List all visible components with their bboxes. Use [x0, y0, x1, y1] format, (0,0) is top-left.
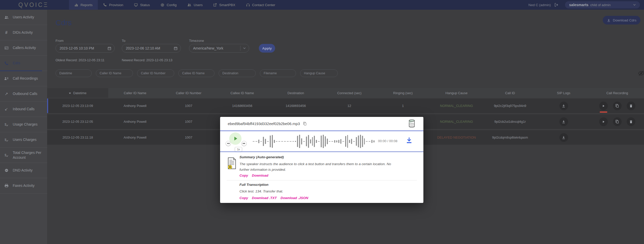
page-title: Cdrs	[56, 18, 72, 27]
waveform[interactable]	[253, 131, 374, 151]
filter-caller-id-number[interactable]	[137, 69, 174, 77]
playback-speed-button[interactable]: 1x	[235, 147, 242, 152]
column-header-datetime[interactable]: Datetime	[47, 88, 108, 98]
to-date-input[interactable]: 2023-12-06 12:10 AM	[122, 44, 181, 53]
sidebar-item-usage-charges[interactable]: $Usage Charges	[0, 117, 47, 132]
users-icon	[187, 3, 191, 7]
audio-player: 1x 00:00 / 00:08	[220, 131, 423, 151]
sip-logs-download-button[interactable]	[559, 117, 568, 126]
sidebar-item-inbound-calls[interactable]: ↙Inbound Calls	[0, 102, 47, 117]
column-header-connected-sec[interactable]: Connected (sec)	[323, 91, 376, 95]
column-header-hangup-cause[interactable]: Hangup Cause	[430, 91, 483, 95]
cell-caller-id-number: 1007	[162, 104, 215, 108]
nav-items: ReportsProvisionStatusConfigUsersSmartPB…	[69, 0, 280, 10]
recording-delete-button[interactable]	[627, 102, 635, 110]
nav-item-contact-center[interactable]: Contact Center	[241, 0, 281, 10]
summary-copy-link[interactable]: Copy	[239, 174, 248, 177]
recording-play-button[interactable]	[599, 117, 608, 126]
rewind-button[interactable]	[226, 141, 231, 146]
sidebar-item-label: Inbound Calls	[13, 107, 35, 111]
column-header-label: Connected (sec)	[337, 91, 361, 95]
transcription-download-txt-link[interactable]: Download .TXT	[252, 196, 277, 200]
sidebar-item-users-charges[interactable]: $Users Charges	[0, 132, 47, 148]
filter-caller-id-name[interactable]	[96, 69, 133, 77]
forward-button[interactable]	[242, 141, 247, 146]
column-header-sip-logs[interactable]: SIP Logs	[537, 91, 590, 95]
copy-filename-icon[interactable]	[303, 122, 307, 126]
download-cdrs-button[interactable]: Download Cdrs	[603, 16, 640, 25]
summary-download-link[interactable]: Download	[252, 174, 269, 177]
eye-off-icon[interactable]	[638, 70, 644, 78]
column-header-destination[interactable]: Destination	[269, 91, 323, 95]
sip-logs-download-button[interactable]	[559, 133, 568, 142]
navbar-right: Ned C (admin) salesmarts child of admin	[528, 1, 644, 8]
column-header-call-id[interactable]: Call ID	[483, 91, 537, 95]
nav-item-provision[interactable]: Provision	[98, 0, 129, 10]
column-header-label: Call Recording	[606, 91, 628, 95]
hash-icon: #	[3, 30, 10, 35]
summary-title: Summary (Auto-generated)	[239, 155, 284, 159]
sidebar-item-outbound-calls[interactable]: ↗Outbound Calls	[0, 86, 47, 102]
filter-callee-id-name[interactable]	[178, 69, 214, 77]
filter-destination[interactable]	[219, 69, 256, 77]
filter-filename[interactable]	[260, 69, 296, 77]
sidebar-item-users-activity[interactable]: Users Activity	[0, 10, 47, 25]
calendar-icon[interactable]	[108, 46, 111, 50]
sidebar-item-call-recordings[interactable]: Call Recordings	[0, 71, 47, 86]
call-recordings-icon	[3, 77, 10, 80]
sip-logs-download-button[interactable]	[559, 102, 568, 110]
timezone-select[interactable]: America/New_York	[189, 44, 249, 53]
sidebar-item-cdrs[interactable]: Cdrs	[0, 56, 47, 71]
nav-item-reports[interactable]: Reports	[69, 0, 98, 10]
cell-caller-id-name: Anthony Powell	[108, 136, 162, 139]
nav-item-smartpbx[interactable]: SmartPBX	[208, 0, 240, 10]
cell-call-id: 9pl2cb2ut1dincql4g1r	[483, 120, 537, 124]
cell-hangup-cause: DELAYED NEGOTIATION	[430, 136, 483, 139]
from-date-input[interactable]: 2023-12-05 10:10 PM	[56, 44, 115, 53]
cell-connected: 12	[323, 104, 376, 108]
logout-icon[interactable]	[554, 3, 558, 7]
to-label: To	[122, 39, 125, 43]
calendar-icon[interactable]	[174, 46, 178, 50]
column-header-call-recording[interactable]: Call Recording	[591, 91, 644, 95]
cell-caller-id-name: Anthony Powell	[108, 104, 162, 108]
account-selector[interactable]: salesmarts child of admin	[565, 1, 640, 8]
app-root: QVOICΞ ReportsProvisionStatusConfigUsers…	[0, 0, 644, 244]
filter-hangup-cause[interactable]	[300, 69, 338, 77]
apply-button[interactable]: Apply	[259, 44, 275, 53]
recording-copy-button[interactable]	[613, 117, 622, 126]
phone-icon	[103, 3, 107, 7]
transcription-title: Full Transcription	[239, 183, 269, 187]
sidebar-item-label: Callers Activity	[13, 45, 36, 50]
nav-item-users[interactable]: Users	[182, 0, 208, 10]
database-icon[interactable]	[408, 119, 415, 129]
sidebar-item-dids-activity[interactable]: #DIDs Activity	[0, 25, 47, 40]
phone-handset-icon	[3, 61, 10, 65]
nav-item-config[interactable]: Config	[155, 0, 182, 10]
transcription-copy-link[interactable]: Copy	[239, 196, 248, 200]
inbound-arrow-icon: ↙	[3, 107, 10, 112]
users-activity-icon	[3, 15, 10, 19]
sidebar-item-label: Faxes Activity	[13, 183, 35, 188]
download-recording-icon[interactable]	[406, 137, 412, 144]
column-header-caller-id-number[interactable]: Caller ID Number	[162, 91, 215, 95]
sidebar-item-faxes-activity[interactable]: Faxes Activity	[0, 178, 47, 193]
outbound-arrow-icon: ↗	[3, 91, 10, 96]
sidebar-item-dnd-activity[interactable]: DND Activity	[0, 163, 47, 178]
play-button[interactable]	[229, 132, 242, 145]
recording-play-button[interactable]	[599, 102, 608, 110]
recording-delete-button[interactable]	[627, 117, 635, 126]
column-header-callee-id-name[interactable]: Callee ID Name	[216, 91, 269, 95]
filter-datetime[interactable]	[56, 69, 92, 77]
quick-filters-row	[56, 69, 338, 77]
column-header-ringing-sec[interactable]: Ringing (sec)	[376, 91, 430, 95]
cell-hangup-cause: NORMAL_CLEARING	[430, 120, 483, 124]
cell-sip-logs	[537, 117, 590, 126]
column-header-caller-id-name[interactable]: Caller ID Name	[108, 91, 162, 95]
recording-copy-button[interactable]	[613, 102, 622, 110]
nav-item-status[interactable]: Status	[129, 0, 155, 10]
sidebar-item-total-charges-per-account[interactable]: $Total Charges Per Account	[0, 148, 47, 163]
sidebar-item-callers-activity[interactable]: Callers Activity	[0, 40, 47, 56]
transcription-download-json-link[interactable]: Download .JSON	[280, 196, 308, 200]
summary-doc-icon	[227, 157, 237, 170]
